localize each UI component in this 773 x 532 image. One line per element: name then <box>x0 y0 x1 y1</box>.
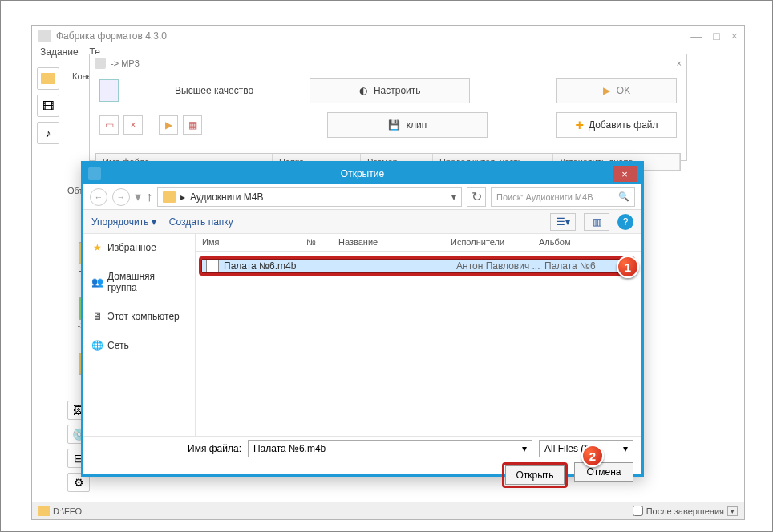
after-completion-label: После завершения <box>646 506 724 516</box>
minimize-button[interactable]: — <box>690 30 702 42</box>
info-button[interactable]: ▦ <box>183 115 202 135</box>
ok-play-icon: ▶ <box>603 85 610 96</box>
tree-favorites[interactable]: ★ Избранное <box>87 239 192 256</box>
nav-back-button[interactable]: ← <box>90 188 107 206</box>
menu-task[interactable]: Задание <box>40 46 79 62</box>
breadcrumb-text: Аудиокниги M4B <box>190 191 264 203</box>
audio-icon[interactable]: ♪ <box>37 122 59 144</box>
nav-up-button[interactable]: ↑ <box>146 190 152 204</box>
window-controls: — □ × <box>690 30 738 42</box>
remove-item-button[interactable]: ▭ <box>99 115 119 135</box>
clip-label: клип <box>407 119 427 131</box>
network-icon: 🌐 <box>91 340 103 351</box>
filename-dropdown-icon[interactable]: ▾ <box>522 443 527 454</box>
media-file-icon <box>206 260 219 272</box>
file-album: Палата №6 <box>544 260 596 272</box>
mp3-panel-title: -> MP3 <box>111 58 140 68</box>
dialog-nav: ← → ▾ ↑ ▸ Аудиокниги M4B ▾ ↻ Поиск: Ауди… <box>83 184 641 210</box>
breadcrumb[interactable]: ▸ Аудиокниги M4B ▾ <box>157 187 462 207</box>
search-input[interactable]: Поиск: Аудиокниги M4B 🔍 <box>491 187 635 207</box>
clip-save-icon: 💾 <box>388 119 400 131</box>
maximize-button[interactable]: □ <box>713 30 719 42</box>
dialog-titlebar: Открытие × <box>83 163 641 184</box>
annotation-badge-1: 1 <box>617 256 639 278</box>
main-titlebar: Фабрика форматов 4.3.0 — □ × <box>32 26 744 46</box>
computer-icon: 🖥 <box>91 311 103 322</box>
panel-icon <box>95 58 106 69</box>
refresh-button[interactable]: ↻ <box>467 187 486 207</box>
ok-label: OK <box>617 85 630 96</box>
statusbar: D:\FFO После завершения ▾ <box>32 502 744 519</box>
video-icon[interactable]: 🎞 <box>37 95 59 117</box>
left-sidebar: 🎞 ♪ <box>32 62 64 149</box>
tree-this-pc-label: Этот компьютер <box>107 311 180 322</box>
tree-homegroup[interactable]: 👥 Домашняя группа <box>87 268 192 296</box>
ok-button[interactable]: ▶ OK <box>556 78 677 103</box>
app-title: Фабрика форматов 4.3.0 <box>56 30 167 42</box>
file-row-selected[interactable]: Палата №6.m4b Антон Павлович ... Палата … <box>199 256 635 276</box>
open-button-highlight: Открыть <box>502 462 568 488</box>
col-artists[interactable]: Исполнители <box>444 234 532 251</box>
search-icon: 🔍 <box>618 191 629 202</box>
close-button[interactable]: × <box>731 30 738 42</box>
nav-tree: ★ Избранное 👥 Домашняя группа 🖥 Этот ком… <box>83 234 196 436</box>
status-path: D:\FFO <box>53 506 82 516</box>
add-file-label: Добавить файл <box>589 119 658 131</box>
dialog-icon <box>88 167 101 180</box>
filename-input[interactable]: Палата №6.m4b ▾ <box>248 440 532 457</box>
tree-favorites-label: Избранное <box>107 242 156 253</box>
filter-dropdown-icon: ▾ <box>623 443 628 454</box>
tree-homegroup-label: Домашняя группа <box>107 271 187 293</box>
col-title[interactable]: Название <box>332 234 444 251</box>
annotation-badge-2: 2 <box>581 445 604 467</box>
after-completion-checkbox[interactable] <box>633 506 643 516</box>
dialog-footer: Имя файла: Палата №6.m4b ▾ All Files (*.… <box>83 436 641 479</box>
plus-icon: + <box>575 117 584 134</box>
tree-this-pc[interactable]: 🖥 Этот компьютер <box>87 308 192 325</box>
filename-label: Имя файла: <box>188 443 241 454</box>
configure-gear-icon: ◐ <box>359 85 367 96</box>
delete-button[interactable]: × <box>123 115 143 135</box>
homegroup-icon: 👥 <box>91 276 103 288</box>
tree-network[interactable]: 🌐 Сеть <box>87 337 192 354</box>
view-mode-button[interactable]: ☰▾ <box>550 213 576 231</box>
file-artist: Антон Павлович ... <box>456 260 544 272</box>
breadcrumb-folder-icon <box>163 191 176 203</box>
nav-forward-button[interactable]: → <box>112 188 130 206</box>
dialog-close-button[interactable]: × <box>613 166 637 182</box>
col-album[interactable]: Альбом <box>532 234 641 251</box>
dialog-toolbar: Упорядочить ▾ Создать папку ☰▾ ▥ ? <box>83 210 641 234</box>
play-button[interactable]: ▶ <box>159 115 178 135</box>
mp3-panel-titlebar: -> MP3 × <box>90 54 686 72</box>
clip-button[interactable]: 💾 клип <box>327 112 488 138</box>
star-icon: ★ <box>91 242 103 253</box>
search-placeholder: Поиск: Аудиокниги M4B <box>496 192 593 202</box>
add-file-button[interactable]: + Добавить файл <box>556 112 677 138</box>
tree-network-label: Сеть <box>107 340 129 351</box>
cancel-button[interactable]: Отмена <box>574 462 633 482</box>
help-button[interactable]: ? <box>617 214 633 230</box>
dialog-body: ★ Избранное 👥 Домашняя группа 🖥 Этот ком… <box>83 234 641 436</box>
folder-small-icon <box>38 506 50 516</box>
folder-icon[interactable] <box>37 67 59 90</box>
file-list: Имя № Название Исполнители Альбом Палата… <box>196 234 641 436</box>
file-list-header: Имя № Название Исполнители Альбом <box>196 234 641 252</box>
configure-button[interactable]: ◐ Настроить <box>310 78 470 103</box>
open-button[interactable]: Открыть <box>505 466 565 485</box>
mp3-panel: -> MP3 × Высшее качество ◐ Настроить ▶ O… <box>89 54 687 161</box>
dialog-title: Открытие <box>341 168 384 179</box>
breadcrumb-sep-icon: ▸ <box>180 191 185 203</box>
app-icon <box>38 30 51 42</box>
nav-up-icon[interactable]: ▾ <box>135 189 141 204</box>
panel-close-icon[interactable]: × <box>677 58 682 68</box>
mp3-file-icon <box>99 79 119 102</box>
open-dialog: Открытие × ← → ▾ ↑ ▸ Аудиокниги M4B ▾ ↻ … <box>81 161 644 477</box>
quality-label: Высшее качество <box>175 85 253 96</box>
col-name[interactable]: Имя <box>196 234 300 251</box>
after-dropdown-icon[interactable]: ▾ <box>727 506 738 516</box>
organize-button[interactable]: Упорядочить ▾ <box>91 216 156 228</box>
preview-pane-button[interactable]: ▥ <box>584 213 609 231</box>
new-folder-button[interactable]: Создать папку <box>169 216 233 228</box>
breadcrumb-dropdown-icon[interactable]: ▾ <box>451 191 456 203</box>
col-num[interactable]: № <box>300 234 332 251</box>
